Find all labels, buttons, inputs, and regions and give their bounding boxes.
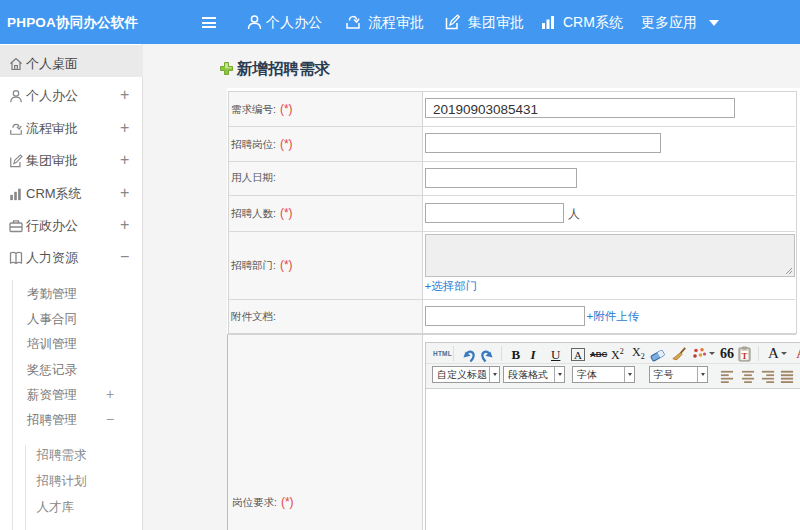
svg-text:T: T (741, 351, 747, 361)
